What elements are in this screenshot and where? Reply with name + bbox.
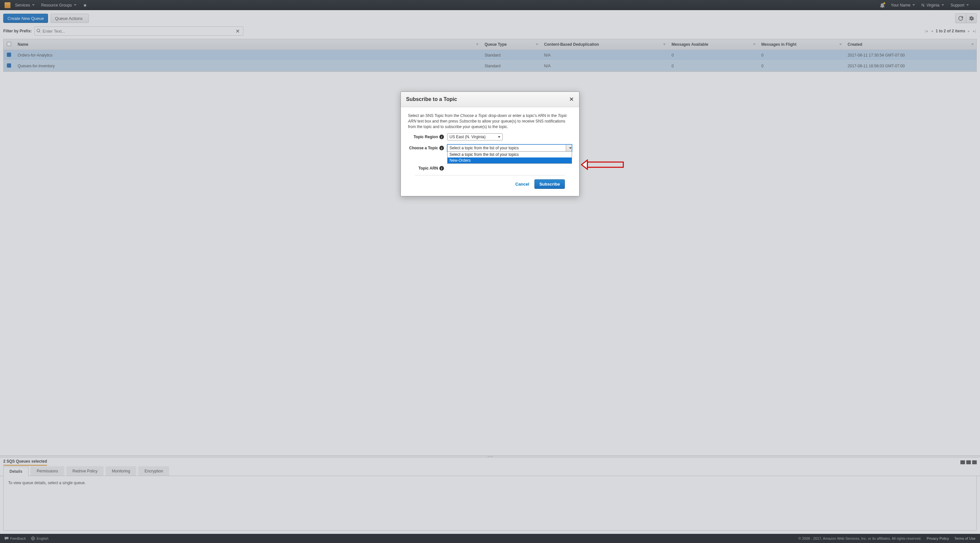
subscribe-modal: Subscribe to a Topic ✕ Select an SNS Top… <box>401 91 579 196</box>
cancel-button[interactable]: Cancel <box>515 182 530 186</box>
info-icon[interactable]: i <box>439 135 444 139</box>
topic-region-value: US East (N. Virginia) <box>450 135 485 139</box>
modal-footer: Cancel Subscribe <box>415 175 565 193</box>
row-topic-arn: Topic ARNi <box>408 166 572 170</box>
row-topic-region: Topic Regioni US East (N. Virginia) <box>408 133 572 140</box>
choose-topic-dropdown: Select a topic from the list of your top… <box>447 151 572 164</box>
caret-icon <box>569 147 572 149</box>
choose-topic-value: Select a topic from the list of your top… <box>450 146 519 150</box>
topic-option-new-orders[interactable]: New-Orders <box>447 158 572 163</box>
modal-close-icon[interactable]: ✕ <box>569 96 574 103</box>
subscribe-button[interactable]: Subscribe <box>535 179 565 189</box>
topic-region-select[interactable]: US East (N. Virginia) <box>447 133 503 140</box>
row-choose-topic: Choose a Topici Select a topic from the … <box>408 145 572 151</box>
modal-overlay[interactable] <box>0 0 980 543</box>
modal-body: Select an SNS Topic from the Choose a To… <box>401 107 579 196</box>
modal-header: Subscribe to a Topic ✕ <box>401 92 579 107</box>
label-topic-arn: Topic ARN <box>418 166 438 170</box>
info-icon[interactable]: i <box>439 166 444 170</box>
label-topic-region: Topic Region <box>414 135 438 139</box>
modal-description: Select an SNS Topic from the Choose a To… <box>408 113 572 129</box>
choose-topic-select[interactable]: Select a topic from the list of your top… <box>447 145 572 151</box>
label-choose-topic: Choose a Topic <box>409 146 438 150</box>
modal-title: Subscribe to a Topic <box>406 96 457 102</box>
topic-option-placeholder[interactable]: Select a topic from the list of your top… <box>447 151 572 158</box>
info-icon[interactable]: i <box>439 146 444 150</box>
dropdown-button-icon[interactable] <box>566 145 572 151</box>
caret-icon <box>498 136 500 138</box>
